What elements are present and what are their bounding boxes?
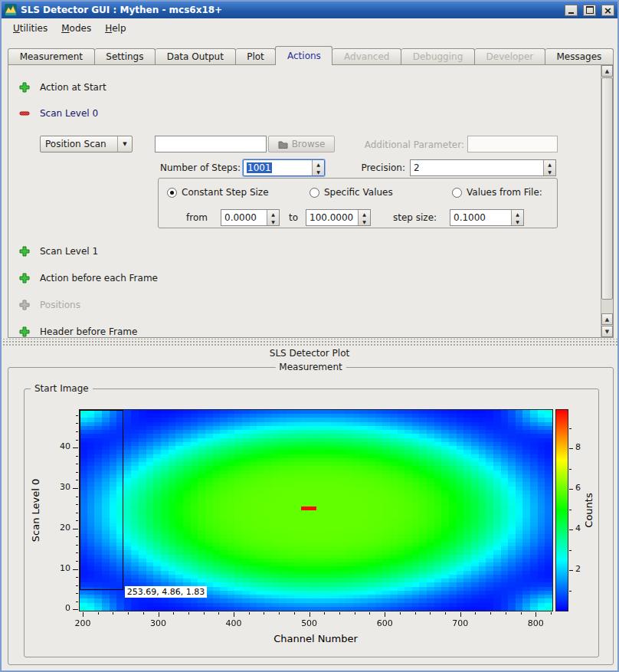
cb-major-tick [569,448,573,449]
start-image-groupbox: Start Image 253.69, 4.86, 1.83 Channel N… [24,388,599,657]
y-minor-tick [76,561,78,562]
x-major-tick [159,612,159,617]
spin-down-icon[interactable] [544,168,555,175]
colorbar-canvas [556,410,568,611]
x-minor-tick [264,612,264,615]
x-tick-label: 200 [67,618,98,628]
spin-up-icon[interactable] [313,160,324,168]
expand-plus-icon[interactable] [18,272,31,284]
cb-minor-tick [569,591,572,592]
y-major-tick [73,488,78,489]
tab-advanced: Advanced [332,48,401,64]
x-minor-tick [415,612,416,615]
radio-label: Values from File: [467,187,542,198]
tab-plot[interactable]: Plot [236,48,277,64]
radio-specific-values[interactable]: Specific Values [310,187,393,198]
titlebar[interactable]: SLS Detector GUI : Mythen - mcs6x18+ [2,2,617,18]
scroll-up-button-bottom[interactable] [601,313,613,325]
tab-measurement[interactable]: Measurement [8,48,95,64]
expand-plus-icon[interactable] [18,81,31,93]
tab-messages[interactable]: Messages [545,48,614,64]
y-major-tick [73,447,78,448]
spin-up-icon[interactable] [267,210,279,218]
heatmap-canvas[interactable] [80,410,552,611]
precision-spinbox[interactable]: 2 [410,159,556,176]
expander-action-at-start[interactable]: Action at Start [18,80,106,94]
spin-up-icon[interactable] [512,210,523,218]
y-major-tick [73,569,78,570]
spin-up-icon[interactable] [544,160,555,168]
step-size-label: step size: [393,212,437,223]
expander-scan-level-0[interactable]: Scan Level 0 [18,107,98,120]
y-minor-tick [76,520,78,521]
app-icon [5,4,17,16]
menu-modes[interactable]: Modes [54,20,98,37]
tab-actions[interactable]: Actions [275,46,332,65]
x-minor-tick [475,612,476,615]
vertical-scrollbar[interactable] [601,65,613,337]
main-window: SLS Detector GUI : Mythen - mcs6x18+ Uti… [0,0,619,672]
from-value: 0.0000 [221,210,267,225]
plot-dock-title: SLS Detector Plot [2,348,617,359]
x-minor-tick [294,612,295,615]
from-spinbox[interactable]: 0.0000 [221,209,280,226]
radio-unchecked-icon[interactable] [452,188,462,198]
spin-down-icon[interactable] [267,218,279,225]
y-minor-tick [76,415,78,416]
tab-bar: Measurement Settings Data Output Plot Ac… [8,46,614,64]
expander-action-before-frame[interactable]: Action before each Frame [18,271,158,285]
expander-header-before-frame[interactable]: Header before Frame [18,325,137,338]
step-size-spinbox[interactable]: 0.1000 [450,209,524,226]
radio-checked-icon[interactable] [167,188,177,198]
y-major-tick [73,529,78,529]
tab-data-output[interactable]: Data Output [156,48,235,64]
cb-tick-label: 4 [575,523,591,533]
x-minor-tick [128,612,129,615]
maximize-button[interactable] [583,5,596,16]
scan-script-input[interactable] [155,136,267,152]
x-minor-tick [249,612,250,615]
radio-values-from-file[interactable]: Values from File: [452,187,542,198]
minimize-button[interactable] [565,5,578,16]
spin-down-icon[interactable] [512,218,523,225]
scan-mode-combobox[interactable]: Position Scan [40,136,133,152]
y-minor-tick [76,593,78,594]
selected-text: 1001 [247,162,272,173]
radio-unchecked-icon[interactable] [310,188,319,198]
menu-help[interactable]: Help [98,20,133,37]
spin-up-icon[interactable] [359,210,370,218]
y-minor-tick [76,431,78,432]
radio-constant-step-size[interactable]: Constant Step Size [167,187,269,198]
scrollbar-thumb[interactable] [601,77,613,300]
cb-major-tick [569,529,573,530]
number-of-steps-spinbox[interactable]: 1001 [243,159,325,176]
x-major-tick [234,612,234,617]
menu-utilities[interactable]: Utilities [6,20,54,37]
scroll-up-button[interactable] [601,65,613,77]
x-tick-label: 300 [143,618,174,628]
x-minor-tick [339,612,340,615]
x-tick-label: 400 [218,618,249,628]
x-minor-tick [113,612,113,615]
y-minor-tick [76,552,78,553]
x-tick-label: 700 [445,618,476,628]
expand-plus-icon[interactable] [18,326,31,338]
x-minor-tick [279,612,280,615]
spin-down-icon[interactable] [359,218,370,225]
splitter-handle[interactable] [2,339,617,347]
y-minor-tick [76,504,78,505]
expand-plus-icon[interactable] [18,245,31,257]
collapse-minus-icon[interactable] [18,107,31,120]
to-spinbox[interactable]: 100.0000 [306,209,371,226]
cb-minor-tick [569,510,572,510]
x-minor-tick [143,612,144,615]
scan-mode-value: Position Scan [41,136,117,152]
chevron-down-icon[interactable] [117,136,132,152]
expander-scan-level-1[interactable]: Scan Level 1 [18,244,98,258]
tab-settings[interactable]: Settings [95,48,156,64]
close-button[interactable] [601,5,614,16]
x-minor-tick [430,612,431,615]
x-minor-tick [324,612,325,615]
spin-down-icon[interactable] [313,168,324,175]
scroll-down-button[interactable] [601,326,613,337]
